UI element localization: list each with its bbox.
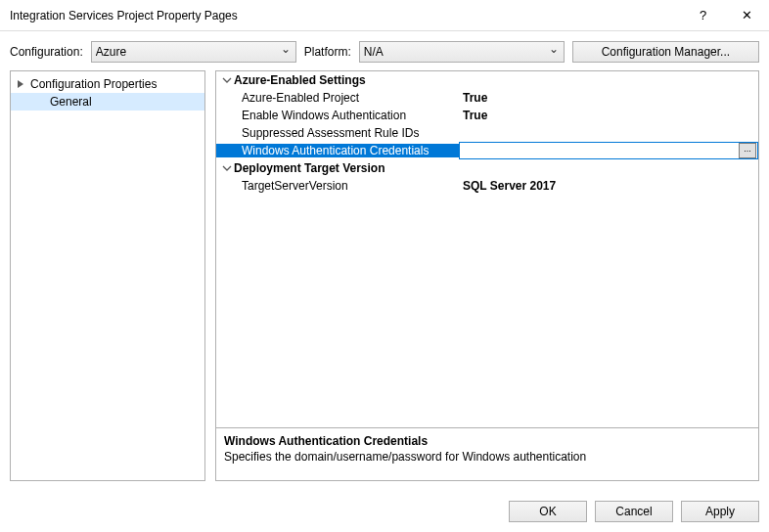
close-button[interactable]: ✕ xyxy=(725,1,769,30)
description-title: Windows Authentication Credentials xyxy=(224,434,750,448)
prop-name: Azure-Enabled Project xyxy=(216,91,459,105)
cancel-button[interactable]: Cancel xyxy=(595,501,673,522)
prop-value[interactable]: SQL Server 2017 xyxy=(459,179,758,193)
window-title: Integration Services Project Property Pa… xyxy=(10,9,681,22)
expander-icon[interactable] xyxy=(17,79,26,89)
prop-name: Windows Authentication Credentials xyxy=(216,144,459,157)
platform-select[interactable]: N/A xyxy=(359,41,565,63)
tree-panel: Configuration Properties General xyxy=(10,70,205,481)
description-text: Specifies the domain/username/password f… xyxy=(224,450,750,464)
prop-name: TargetServerVersion xyxy=(216,179,459,193)
category-azure-settings[interactable]: Azure-Enabled Settings xyxy=(216,71,758,89)
ok-button[interactable]: OK xyxy=(509,501,587,522)
prop-enable-windows-auth[interactable]: Enable Windows Authentication True xyxy=(216,107,758,124)
prop-value[interactable]: True xyxy=(459,91,758,105)
property-grid: Azure-Enabled Settings Azure-Enabled Pro… xyxy=(216,71,758,423)
configuration-manager-button[interactable]: Configuration Manager... xyxy=(572,41,759,63)
config-row: Configuration: Azure Platform: N/A Confi… xyxy=(0,31,769,70)
configuration-select[interactable]: Azure xyxy=(91,41,296,63)
prop-windows-auth-credentials[interactable]: Windows Authentication Credentials ... xyxy=(216,142,758,159)
footer-buttons: OK Cancel Apply xyxy=(509,501,759,522)
prop-name: Enable Windows Authentication xyxy=(216,109,459,122)
category-deployment-target[interactable]: Deployment Target Version xyxy=(216,159,758,177)
prop-value[interactable]: True xyxy=(459,109,758,122)
apply-button[interactable]: Apply xyxy=(681,501,759,522)
property-panel: Azure-Enabled Settings Azure-Enabled Pro… xyxy=(215,70,759,481)
chevron-down-icon[interactable] xyxy=(220,163,234,173)
platform-label: Platform: xyxy=(304,45,351,59)
help-button[interactable]: ? xyxy=(681,1,725,30)
category-label: Azure-Enabled Settings xyxy=(234,73,366,87)
prop-azure-enabled[interactable]: Azure-Enabled Project True xyxy=(216,89,758,107)
tree-child-label: General xyxy=(50,95,92,109)
titlebar: Integration Services Project Property Pa… xyxy=(0,0,769,31)
ellipsis-button[interactable]: ... xyxy=(739,143,756,158)
configuration-label: Configuration: xyxy=(10,45,83,59)
tree-root-label: Configuration Properties xyxy=(30,77,157,91)
description-panel: Windows Authentication Credentials Speci… xyxy=(216,427,758,480)
prop-suppressed-rule-ids[interactable]: Suppressed Assessment Rule IDs xyxy=(216,124,758,142)
category-label: Deployment Target Version xyxy=(234,161,384,175)
chevron-down-icon[interactable] xyxy=(220,75,234,85)
tree-root-item[interactable]: Configuration Properties xyxy=(11,75,204,93)
prop-target-server-version[interactable]: TargetServerVersion SQL Server 2017 xyxy=(216,177,758,195)
prop-name: Suppressed Assessment Rule IDs xyxy=(216,126,459,140)
main-area: Configuration Properties General Azure-E… xyxy=(0,70,769,481)
tree-child-general[interactable]: General xyxy=(11,93,204,111)
prop-value[interactable]: ... xyxy=(459,142,758,159)
